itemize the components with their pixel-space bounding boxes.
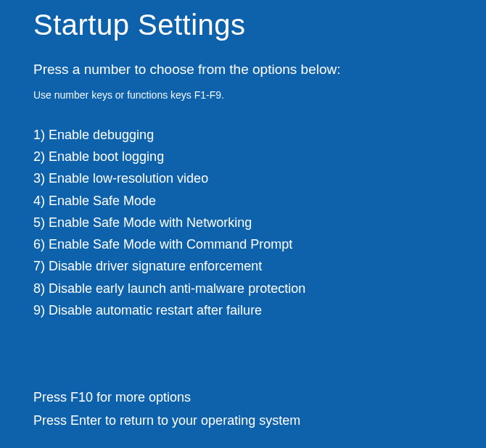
more-options-text: Press F10 for more options xyxy=(33,386,453,410)
option-item[interactable]: 1) Enable debugging xyxy=(33,124,453,146)
instruction-text: Press a number to choose from the option… xyxy=(33,62,453,78)
option-item[interactable]: 2) Enable boot logging xyxy=(33,146,453,167)
options-list: 1) Enable debugging 2) Enable boot loggi… xyxy=(33,124,453,321)
page-title: Startup Settings xyxy=(33,9,453,41)
option-item[interactable]: 8) Disable early launch anti-malware pro… xyxy=(33,278,453,299)
option-item[interactable]: 4) Enable Safe Mode xyxy=(33,190,453,212)
option-item[interactable]: 7) Disable driver signature enforcement xyxy=(33,255,453,277)
option-item[interactable]: 9) Disable automatic restart after failu… xyxy=(33,299,453,321)
return-text: Press Enter to return to your operating … xyxy=(33,410,453,433)
option-item[interactable]: 3) Enable low-resolution video xyxy=(33,167,453,189)
hint-text: Use number keys or functions keys F1-F9. xyxy=(33,89,453,101)
option-item[interactable]: 6) Enable Safe Mode with Command Prompt xyxy=(33,233,453,255)
option-item[interactable]: 5) Enable Safe Mode with Networking xyxy=(33,212,453,233)
